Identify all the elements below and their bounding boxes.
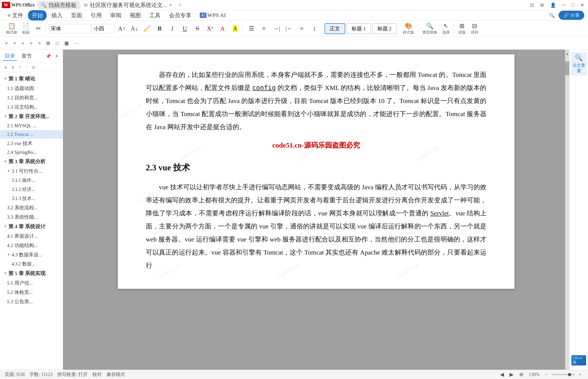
toc-section-2-4[interactable]: 2.4 SpringBo... [0, 148, 63, 157]
zoom-minus-btn[interactable]: − [543, 371, 550, 378]
style-set-btn[interactable]: 🎨样式集 [401, 21, 416, 36]
search-btn[interactable]: 🔍 [547, 12, 557, 19]
toc-chapter1[interactable]: ▼第 1 章 绪论 [0, 74, 63, 84]
toc-chapter2[interactable]: ▼第 2 章 开发环境... [0, 112, 63, 121]
document-area[interactable]: ▲ code51.cn code51.cn code51.cn code51.c… [63, 50, 569, 370]
window-minimize-btn[interactable]: ─ [560, 1, 567, 9]
toc-subsection-3-1-1[interactable]: 3.1.1 操作... [0, 176, 63, 185]
toc-subsection-4-3-2[interactable]: 4.3.2 数据... [0, 259, 63, 268]
strikethrough-btn[interactable]: S [192, 24, 203, 33]
window-close-btn[interactable]: ✕ [578, 1, 586, 9]
zoom-in-btn[interactable]: ⊕ [517, 371, 525, 378]
menu-wpsai[interactable]: AI WPS AI [196, 11, 230, 20]
tab-close-button[interactable]: ✕ [169, 2, 172, 8]
align-options-btn[interactable]: ≡ [296, 24, 307, 33]
spell-check[interactable]: 拼写检查: 打开 [57, 371, 88, 378]
toc-section-1-2[interactable]: 1.2 目的和意... [0, 93, 63, 102]
underline-btn[interactable]: U [179, 24, 191, 33]
toc-section-4-2[interactable]: 4.2 功能结构... [0, 241, 63, 250]
toc-section-5-2[interactable]: 5.2 体检页... [0, 288, 63, 297]
indent-decrease-btn[interactable]: |← [283, 24, 295, 33]
menu-tools[interactable]: 工具 [146, 10, 164, 20]
format-clear-btn[interactable]: 🧹 [141, 24, 153, 33]
border-btn[interactable]: □ [53, 40, 61, 47]
essay-check-btn[interactable]: 🔍 论文查重 [571, 52, 587, 76]
menu-view[interactable]: 视图 [126, 10, 145, 20]
toc-section-1-1[interactable]: 1.1 选题动因 [0, 84, 63, 93]
align-distribute-btn[interactable]: ≡ [36, 40, 43, 47]
toc-section-3-3[interactable]: 3.3 系统性能... [0, 212, 63, 222]
shading-btn[interactable]: ▦ [62, 39, 71, 47]
indent-increase-btn[interactable]: →| [271, 24, 282, 33]
list-unordered-btn[interactable]: ☰ [245, 24, 257, 33]
style-heading2-btn[interactable]: 标题 2 [372, 23, 397, 34]
copy-btn[interactable]: 📄粘贴 [20, 21, 32, 36]
align-center-btn[interactable]: ≡ [11, 40, 18, 47]
scrollbar-thumb[interactable] [565, 61, 569, 75]
toc-chapter4[interactable]: ▼第 4 章 系统设计 [0, 222, 63, 231]
scroll-up-arrow[interactable]: ▲ [565, 52, 569, 56]
toc-chapter3[interactable]: ▼第 3 章 系统分析 [0, 157, 63, 166]
table-btn[interactable]: ⊞ [44, 39, 52, 47]
sidebar-tab-chapter[interactable]: 章节 [20, 52, 34, 61]
find-replace-btn[interactable]: 🔍查找替换 [420, 21, 439, 36]
nav-down-btn[interactable]: ∨ [10, 64, 16, 70]
select-btn[interactable]: ↖选择 [440, 21, 452, 36]
toc-section-5-1[interactable]: 5.1 用户信... [0, 278, 63, 288]
font-size-selector[interactable]: 小四 [92, 24, 115, 33]
window-maximize-btn[interactable]: □ [570, 1, 576, 9]
align-right-btn[interactable]: ≡ [19, 40, 27, 47]
nav-up-btn[interactable]: ∧ [3, 64, 9, 70]
nav-remove-btn[interactable]: − [24, 64, 29, 70]
list-ordered-btn[interactable]: ≡ [258, 24, 270, 33]
compat-mode[interactable]: 兼容模式 [106, 371, 125, 378]
font-decrease-btn[interactable]: A↓ [129, 24, 140, 33]
toc-subsection-3-1-3[interactable]: 3.1.3 技术... [0, 194, 63, 203]
menu-review[interactable]: 审阅 [106, 10, 125, 20]
layout-btn[interactable]: ⊞排版 [456, 21, 468, 36]
toc-section-4-3[interactable]: ▼4.3 数据库设... [0, 250, 63, 259]
menu-file[interactable]: ≡ 文件 [4, 10, 27, 20]
tab-document[interactable]: W 社区医疗服务可视化系统论文... ✕ [80, 1, 176, 9]
new-tab-button[interactable]: + [176, 1, 184, 9]
zoom-plus-btn[interactable]: + [577, 371, 583, 378]
proofread[interactable]: 校对 [92, 371, 102, 378]
cut-btn[interactable]: ✂ [33, 24, 44, 33]
menu-start[interactable]: 开始 [28, 10, 47, 20]
sidebar-pin-btn[interactable]: 📌 [44, 53, 52, 59]
toc-subsection-3-1-2[interactable]: 3.1.2 经济... [0, 185, 63, 194]
sidebar-tab-toc[interactable]: 目录 [3, 51, 17, 61]
more-btn[interactable]: ⋯ [72, 39, 82, 47]
toc-section-5-3[interactable]: 5.3 公告类... [0, 297, 63, 306]
menu-insert[interactable]: 插入 [48, 10, 66, 20]
line-spacing-btn[interactable]: ↕ [308, 24, 320, 33]
style-normal-btn[interactable]: 正文 [325, 23, 345, 34]
paste-btn[interactable]: 📋格式刷 [4, 21, 19, 36]
toc-section-3-2[interactable]: 3.2 系统流程... [0, 203, 63, 212]
toc-section-2-3[interactable]: 2.3 vue 技术 [0, 139, 63, 148]
window-settings-btn[interactable]: ⚙ [538, 1, 546, 9]
font-increase-btn[interactable]: A↑ [116, 24, 128, 33]
ch-switch-btn[interactable]: CH ⇌ 简 [570, 353, 588, 367]
align-justify-btn[interactable]: ≡ [28, 40, 35, 47]
window-user-btn[interactable]: 👤 [548, 1, 558, 9]
scrollbar[interactable]: ▲ [565, 50, 569, 370]
window-icon-btn[interactable]: ⊡ [528, 1, 536, 9]
style-heading1-btn[interactable]: 标题 1 [347, 23, 371, 34]
menu-vip[interactable]: 会员专享 [165, 10, 195, 20]
toc-section-3-1[interactable]: ▼3.1 可行性分... [0, 166, 63, 176]
italic-btn[interactable]: I [166, 24, 178, 33]
tab-template[interactable]: 🔍 找稿壳模板 [38, 1, 80, 9]
arrange-btn[interactable]: ⊟排列 [469, 21, 480, 36]
toc-section-1-3[interactable]: 1.3 论文结构... [0, 102, 63, 112]
zoom-out-btn[interactable]: ◀ [498, 371, 506, 378]
menu-page[interactable]: 页面 [67, 10, 86, 20]
share-btn[interactable]: 🔗 分享 [559, 11, 584, 20]
bold-btn[interactable]: B [154, 24, 166, 33]
toc-section-2-1[interactable]: 2.1 MYSQL ... [0, 121, 63, 130]
nav-options-btn[interactable]: ⊙ [30, 64, 37, 70]
font-name-selector[interactable]: 宋体 [49, 24, 91, 33]
menu-reference[interactable]: 引用 [87, 10, 105, 20]
sidebar-close-btn[interactable]: ✕ [54, 53, 60, 59]
superscript-btn[interactable]: X² [204, 24, 216, 33]
